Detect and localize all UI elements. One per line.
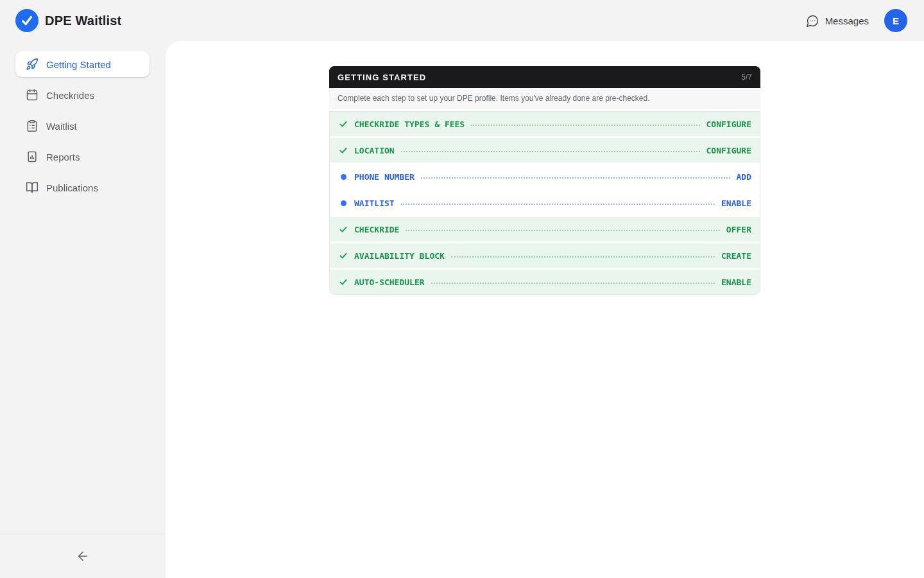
getting-started-card: GETTING STARTED 5/7 Complete each step t… (329, 66, 760, 295)
main-content: GETTING STARTED 5/7 Complete each step t… (166, 41, 924, 578)
message-bubble-icon (806, 14, 819, 28)
checklist-item-auto-scheduler[interactable]: AUTO-SCHEDULER ENABLE (330, 270, 760, 294)
sidebar-item-publications[interactable]: Publications (15, 175, 150, 200)
check-icon (338, 225, 349, 234)
dotted-leader (406, 230, 719, 231)
sidebar-item-label: Checkrides (46, 90, 94, 101)
dotted-leader (431, 283, 715, 284)
sidebar-item-label: Publications (46, 182, 98, 193)
card-subtitle: Complete each step to set up your DPE pr… (329, 88, 760, 109)
clipboard-list-icon (26, 119, 38, 132)
dotted-leader (471, 125, 699, 126)
sidebar-footer (0, 534, 166, 578)
dotted-leader (401, 204, 715, 205)
top-bar-actions: Messages E (806, 9, 907, 32)
app-title: DPE Waitlist (45, 13, 121, 28)
user-avatar[interactable]: E (884, 9, 907, 32)
item-label: CHECKRIDE (354, 225, 399, 234)
messages-label: Messages (825, 15, 869, 26)
dotted-leader (421, 177, 730, 179)
item-label: CHECKRIDE TYPES & FEES (354, 119, 465, 129)
rocket-icon (26, 58, 38, 71)
checklist-item-waitlist[interactable]: WAITLIST ENABLE (330, 191, 760, 215)
check-icon (338, 251, 349, 260)
messages-button[interactable]: Messages (806, 14, 869, 28)
pending-dot-icon (338, 200, 349, 206)
checklist-item-phone-number[interactable]: PHONE NUMBER ADD (330, 164, 760, 189)
report-chart-icon (26, 150, 38, 163)
dotted-leader (451, 256, 715, 258)
pending-dot-icon (338, 174, 349, 180)
card-header: GETTING STARTED 5/7 (329, 66, 760, 88)
item-action-link[interactable]: CONFIGURE (706, 119, 751, 129)
item-label: LOCATION (354, 146, 395, 155)
logo-check-icon (20, 13, 34, 28)
sidebar: Getting Started Checkrides Waitlist (0, 41, 166, 578)
arrow-left-icon (76, 549, 90, 563)
item-action-link[interactable]: ADD (737, 172, 751, 182)
sidebar-item-label: Reports (46, 152, 80, 162)
item-label: AUTO-SCHEDULER (354, 277, 425, 287)
item-action-link[interactable]: OFFER (726, 225, 751, 234)
check-icon (338, 119, 349, 128)
open-book-icon (26, 181, 38, 194)
checklist: CHECKRIDE TYPES & FEES CONFIGURE LOCATIO… (329, 111, 760, 295)
checklist-item-availability-block[interactable]: AVAILABILITY BLOCK CREATE (330, 243, 760, 268)
sidebar-item-label: Waitlist (46, 121, 77, 132)
app-logo (15, 9, 38, 32)
dotted-leader (401, 151, 700, 152)
card-title: GETTING STARTED (338, 73, 426, 82)
item-action-link[interactable]: CONFIGURE (706, 146, 751, 155)
check-icon (338, 277, 349, 286)
top-bar: DPE Waitlist Messages E (0, 0, 924, 41)
card-top: GETTING STARTED 5/7 Complete each step t… (329, 66, 760, 109)
checklist-item-location[interactable]: LOCATION CONFIGURE (330, 138, 760, 162)
item-action-link[interactable]: ENABLE (721, 277, 751, 287)
item-label: WAITLIST (354, 198, 395, 208)
item-action-link[interactable]: ENABLE (721, 198, 751, 208)
item-label: PHONE NUMBER (354, 172, 415, 182)
sidebar-item-getting-started[interactable]: Getting Started (15, 51, 150, 77)
checklist-item-checkride[interactable]: CHECKRIDE OFFER (330, 217, 760, 241)
sidebar-nav: Getting Started Checkrides Waitlist (0, 41, 166, 534)
calendar-icon (26, 89, 38, 101)
collapse-sidebar-button[interactable] (73, 546, 93, 566)
sidebar-item-waitlist[interactable]: Waitlist (15, 113, 150, 139)
item-action-link[interactable]: CREATE (721, 251, 751, 261)
sidebar-item-reports[interactable]: Reports (15, 144, 150, 170)
sidebar-item-checkrides[interactable]: Checkrides (15, 82, 150, 108)
sidebar-item-label: Getting Started (46, 59, 111, 70)
progress-counter: 5/7 (741, 73, 752, 82)
check-icon (338, 146, 349, 155)
checklist-item-checkride-types-fees[interactable]: CHECKRIDE TYPES & FEES CONFIGURE (330, 112, 760, 136)
item-label: AVAILABILITY BLOCK (354, 251, 445, 261)
